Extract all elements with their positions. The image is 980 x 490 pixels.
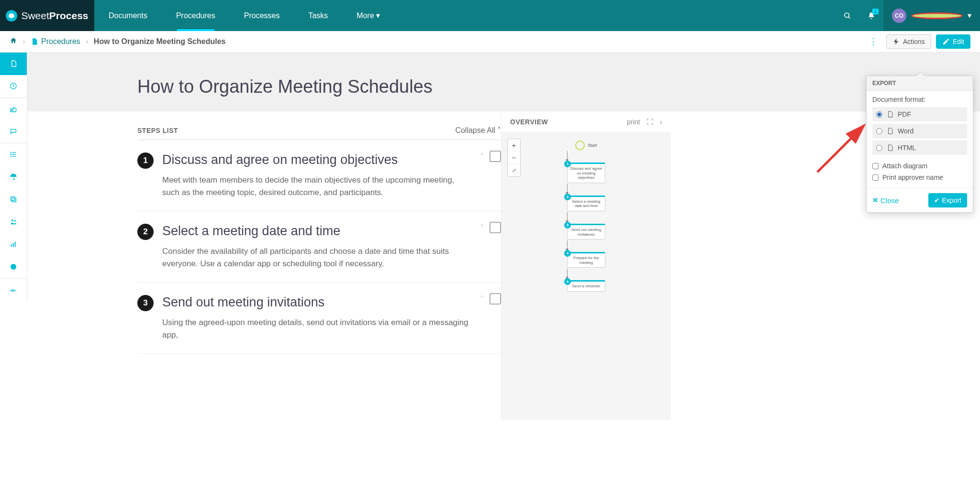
brand-logo[interactable]: SweetProcess [0, 0, 94, 31]
nav-processes[interactable]: Processes [230, 0, 294, 31]
rail-sign[interactable] [0, 279, 27, 301]
search-icon [844, 12, 851, 20]
search-button[interactable] [835, 0, 859, 31]
chevron-down-icon: ▾ [376, 11, 380, 20]
rail-tasks[interactable] [0, 143, 27, 166]
actions-button[interactable]: Actions [886, 34, 931, 49]
approver-checkbox[interactable] [872, 174, 879, 181]
svg-point-11 [11, 219, 13, 221]
format-html-option[interactable]: HTML [872, 141, 967, 155]
step-item: 3 Send out meeting invitations Using the… [137, 283, 501, 354]
collapse-step-button[interactable]: ˄ [480, 294, 484, 304]
rail-history[interactable] [0, 75, 27, 98]
more-options-button[interactable]: ⋮ [865, 34, 881, 49]
attach-diagram-option[interactable]: Attach diagram [872, 160, 967, 172]
diagram-area: + − ⤢ Start 1Discuss and agree on meetin… [501, 133, 671, 420]
zoom-in-button[interactable]: + [508, 139, 520, 152]
chart-icon [10, 240, 17, 248]
flow-node[interactable]: 1Discuss and agree on meeting objectives [567, 163, 605, 183]
thumbs-up-icon [10, 105, 17, 113]
zoom-fit-button[interactable]: ⤢ [508, 164, 520, 176]
format-pdf-option[interactable]: PDF [872, 107, 967, 121]
rail-stats[interactable] [0, 233, 27, 256]
flow-node-number: 3 [564, 222, 571, 229]
step-checkbox[interactable] [490, 293, 501, 305]
svg-point-12 [14, 220, 16, 221]
file-word-icon [886, 127, 894, 135]
breadcrumb-current: How to Organize Meeting Schedules [94, 37, 226, 46]
flow-node[interactable]: 3Send out meeting invitations [567, 224, 605, 240]
flow-node[interactable]: 5Send a reminder [567, 280, 605, 292]
rail-protect[interactable] [0, 166, 27, 188]
chat-icon [10, 128, 17, 135]
attach-checkbox[interactable] [872, 163, 879, 169]
umbrella-icon [10, 173, 17, 181]
rail-copy[interactable] [0, 188, 27, 211]
nav-procedures[interactable]: Procedures [162, 0, 230, 31]
rail-comments[interactable] [0, 120, 27, 143]
collapse-step-button[interactable]: ˄ [480, 223, 484, 232]
overview-header: OVERVIEW print ⛶ › [501, 111, 671, 133]
notifications-button[interactable]: 1 [859, 0, 883, 31]
step-item: 1 Discuss and agree on meeting objective… [137, 140, 501, 211]
format-word-option[interactable]: Word [872, 124, 967, 138]
step-item: 2 Select a meeting date and time Conside… [137, 211, 501, 283]
flow-start-node[interactable]: Start [575, 141, 597, 150]
step-number: 3 [137, 295, 154, 311]
document-icon [10, 60, 17, 67]
expand-icon[interactable]: ⛶ [646, 118, 653, 126]
nav-links: Documents Procedures Processes Tasks Mor… [94, 0, 394, 31]
flow-node[interactable]: 2Select a meeting date and time [567, 196, 605, 211]
nav-documents[interactable]: Documents [94, 0, 162, 31]
nav-tasks[interactable]: Tasks [294, 0, 342, 31]
export-button[interactable]: ✔ Export [928, 193, 967, 207]
chevron-down-icon: ▾ [968, 11, 971, 20]
procedures-link[interactable]: Procedures [31, 37, 80, 46]
nav-right: 1 CO ▾ [835, 0, 980, 31]
collapse-step-button[interactable]: ˄ [480, 152, 484, 161]
flow-arrow-icon [567, 184, 568, 195]
html-radio[interactable] [876, 145, 882, 151]
home-link[interactable] [10, 37, 17, 46]
rail-settings[interactable] [0, 256, 27, 278]
export-popover: EXPORT Document format: PDF Word HTML At… [866, 76, 973, 213]
page-title: How to Organize Meeting Schedules [137, 76, 630, 97]
bolt-icon [892, 38, 900, 45]
step-title: Send out meeting invitations [162, 295, 501, 310]
flow-node[interactable]: 4Prepare for the meeting [567, 252, 605, 268]
print-approver-option[interactable]: Print approver name [872, 172, 967, 183]
gear-icon [10, 263, 17, 271]
export-title: EXPORT [867, 76, 973, 91]
copy-icon [10, 196, 17, 203]
nav-more[interactable]: More ▾ [342, 0, 394, 31]
check-icon: ✔ [934, 196, 940, 204]
flow-arrow-icon [567, 269, 568, 279]
flow-arrow-icon [567, 240, 568, 251]
flow-arrow-icon [567, 212, 568, 223]
step-checkbox[interactable] [490, 222, 501, 233]
top-navbar: SweetProcess Documents Procedures Proces… [0, 0, 980, 31]
clock-icon [10, 82, 17, 90]
word-radio[interactable] [876, 128, 882, 134]
overview-label: OVERVIEW [510, 118, 548, 126]
pdf-radio[interactable] [876, 111, 882, 118]
user-name-redacted [911, 12, 963, 19]
user-menu[interactable]: CO ▾ [883, 0, 980, 31]
close-icon: ✕ [872, 196, 879, 205]
close-button[interactable]: ✕ Close [872, 196, 899, 205]
edit-button[interactable]: Edit [936, 34, 970, 49]
print-button[interactable]: print [627, 118, 640, 126]
rail-team[interactable] [0, 211, 27, 233]
collapse-all-button[interactable]: Collapse All ˄ [455, 126, 501, 135]
svg-rect-10 [11, 197, 15, 201]
rail-approve[interactable] [0, 98, 27, 120]
chevron-right-icon: › [23, 38, 25, 45]
rail-document[interactable] [0, 53, 27, 75]
step-checkbox[interactable] [490, 151, 501, 162]
chevron-right-icon[interactable]: › [660, 118, 662, 126]
flow-node-number: 5 [564, 278, 571, 285]
zoom-out-button[interactable]: − [508, 152, 520, 164]
zoom-controls: + − ⤢ [507, 139, 521, 177]
step-number: 2 [137, 224, 154, 240]
home-icon [10, 37, 17, 44]
